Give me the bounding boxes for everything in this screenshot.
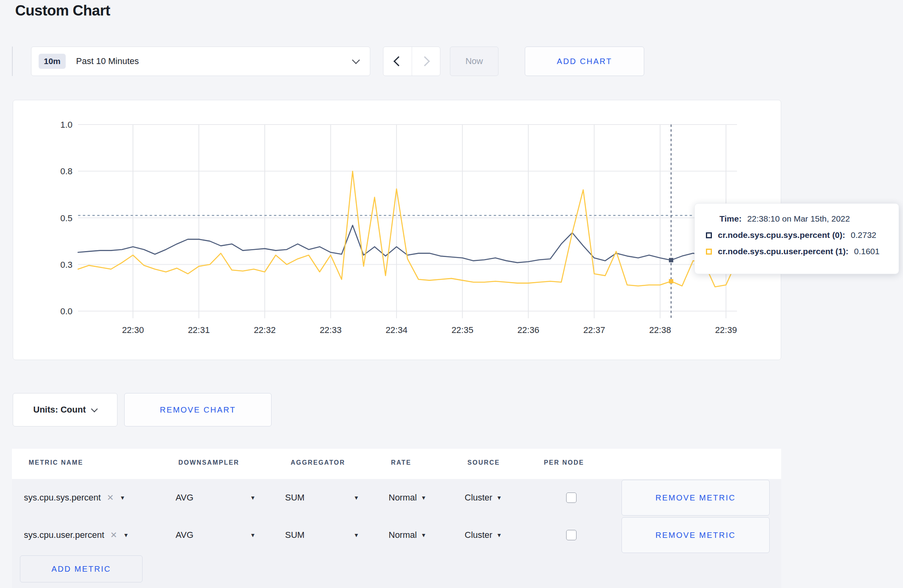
column-header-metric-name: METRIC NAME: [29, 459, 83, 466]
x-axis-tick-label: 22:39: [715, 325, 737, 335]
hover-point-marker-0: [669, 258, 673, 262]
time-range-dropdown[interactable]: 10m Past 10 Minutes: [31, 47, 370, 76]
y-axis-tick-label: 0.5: [60, 213, 72, 223]
per-node-checkbox[interactable]: [566, 493, 577, 503]
tooltip-series-value: 0.1601: [854, 247, 880, 256]
dropdown-caret-icon: ▼: [354, 495, 359, 501]
chart-tooltip: Time: 22:38:10 on Mar 15th, 2022 cr.node…: [694, 203, 899, 274]
table-row: sys.cpu.sys.percent✕▼AVG▼SUM▼Normal▼Clus…: [12, 479, 781, 516]
tooltip-series-label: cr.node.sys.cpu.sys.percent (0):: [718, 230, 845, 240]
page-title: Custom Chart: [15, 2, 110, 19]
source-dropdown[interactable]: Cluster▼: [465, 516, 502, 554]
chevron-right-icon: [420, 56, 430, 66]
metric-name-value: sys.cpu.sys.percent: [24, 493, 101, 503]
prev-range-button[interactable]: [383, 47, 412, 76]
tooltip-series-row: cr.node.sys.cpu.sys.percent (0):0.2732: [706, 230, 891, 240]
dropdown-caret-icon: ▼: [250, 532, 256, 538]
downsampler-value: AVG: [176, 493, 194, 503]
source-value: Cluster: [465, 530, 493, 540]
x-axis-tick-label: 22:36: [517, 325, 539, 335]
table-row: sys.cpu.user.percent✕▼AVG▼SUM▼Normal▼Clu…: [12, 516, 781, 554]
rate-dropdown[interactable]: Normal▼: [389, 516, 426, 554]
dropdown-caret-icon: ▼: [354, 532, 359, 538]
clear-metric-icon[interactable]: ✕: [107, 493, 114, 502]
metric-name-value: sys.cpu.user.percent: [24, 530, 104, 540]
x-axis-tick-label: 22:31: [188, 325, 210, 335]
dropdown-caret-icon: ▼: [421, 495, 426, 501]
hover-point-marker-1: [669, 279, 673, 283]
metric-name-dropdown[interactable]: sys.cpu.user.percent✕▼: [24, 516, 129, 554]
dropdown-caret-icon: ▼: [120, 495, 125, 501]
tooltip-series-row: cr.node.sys.cpu.user.percent (1):0.1601: [706, 247, 891, 256]
chevron-down-icon: [91, 406, 98, 413]
x-axis-tick-label: 22:38: [649, 325, 671, 335]
chevron-down-icon: [352, 56, 360, 64]
tooltip-series-value: 0.2732: [851, 230, 876, 240]
source-value: Cluster: [465, 493, 493, 503]
dropdown-caret-icon: ▼: [250, 495, 256, 501]
source-dropdown[interactable]: Cluster▼: [465, 479, 502, 516]
custom-chart-page: { "page": { "title": "Custom Chart" }, "…: [0, 0, 903, 588]
downsampler-dropdown[interactable]: AVG▼: [176, 516, 194, 554]
tooltip-time-label: Time:: [719, 214, 742, 224]
aggregator-dropdown[interactable]: SUM▼: [285, 516, 305, 554]
time-range-badge: 10m: [39, 54, 66, 69]
add-metric-button[interactable]: ADD METRIC: [20, 555, 143, 582]
series-swatch-icon: [706, 232, 712, 238]
aggregator-dropdown[interactable]: SUM▼: [285, 479, 305, 516]
units-dropdown[interactable]: Units: Count: [13, 393, 117, 426]
next-range-button[interactable]: [412, 47, 440, 76]
column-header-aggregator: AGGREGATOR: [291, 459, 345, 466]
x-axis-tick-label: 22:33: [320, 325, 342, 335]
y-axis-tick-label: 1.0: [60, 120, 72, 130]
aggregator-value: SUM: [285, 493, 305, 503]
chart-card: 0.00.30.50.81.022:3022:3122:3222:3322:34…: [13, 100, 781, 360]
y-axis-tick-label: 0.0: [60, 306, 72, 316]
downsampler-value: AVG: [176, 530, 194, 540]
remove-metric-button[interactable]: REMOVE METRIC: [622, 517, 770, 553]
x-axis-tick-label: 22:32: [254, 325, 276, 335]
column-header-downsampler: DOWNSAMPLER: [178, 459, 239, 466]
metric-name-dropdown[interactable]: sys.cpu.sys.percent✕▼: [24, 479, 125, 516]
clear-metric-icon[interactable]: ✕: [110, 530, 117, 540]
time-nav-group: [383, 47, 440, 76]
line-chart[interactable]: 0.00.30.50.81.022:3022:3122:3222:3322:34…: [13, 100, 782, 360]
y-axis-tick-label: 0.3: [60, 260, 72, 270]
aggregator-value: SUM: [285, 530, 305, 540]
rate-value: Normal: [389, 493, 417, 503]
add-chart-button[interactable]: ADD CHART: [525, 47, 644, 76]
column-header-per-node: PER NODE: [544, 459, 584, 466]
tooltip-series-label: cr.node.sys.cpu.user.percent (1):: [718, 247, 848, 256]
remove-chart-button[interactable]: REMOVE CHART: [124, 393, 272, 426]
toolbar-divider: [12, 47, 13, 76]
column-header-source: SOURCE: [467, 459, 500, 466]
per-node-checkbox[interactable]: [566, 530, 577, 540]
metrics-table-body: ADD METRIC sys.cpu.sys.percent✕▼AVG▼SUM▼…: [12, 479, 781, 588]
series-swatch-icon: [706, 249, 712, 255]
rate-value: Normal: [389, 530, 417, 540]
dropdown-caret-icon: ▼: [496, 495, 502, 501]
metrics-table-header: METRIC NAMEDOWNSAMPLERAGGREGATORRATESOUR…: [12, 449, 781, 479]
dropdown-caret-icon: ▼: [496, 532, 502, 538]
units-label: Units: Count: [33, 405, 86, 415]
x-axis-tick-label: 22:34: [385, 325, 407, 335]
now-button[interactable]: Now: [450, 47, 498, 76]
x-axis-tick-label: 22:37: [583, 325, 605, 335]
x-axis-tick-label: 22:30: [122, 325, 144, 335]
y-axis-tick-label: 0.8: [60, 166, 72, 176]
x-axis-tick-label: 22:35: [452, 325, 473, 335]
chevron-left-icon: [394, 56, 404, 66]
tooltip-time-value: 22:38:10 on Mar 15th, 2022: [747, 214, 850, 224]
dropdown-caret-icon: ▼: [421, 532, 426, 538]
dropdown-caret-icon: ▼: [123, 532, 129, 538]
tooltip-time-row: Time: 22:38:10 on Mar 15th, 2022: [719, 214, 891, 224]
series-line-1: [78, 171, 737, 287]
rate-dropdown[interactable]: Normal▼: [389, 479, 426, 516]
column-header-rate: RATE: [391, 459, 411, 466]
downsampler-dropdown[interactable]: AVG▼: [176, 479, 194, 516]
remove-metric-button[interactable]: REMOVE METRIC: [622, 480, 770, 516]
time-range-label: Past 10 Minutes: [76, 56, 139, 66]
